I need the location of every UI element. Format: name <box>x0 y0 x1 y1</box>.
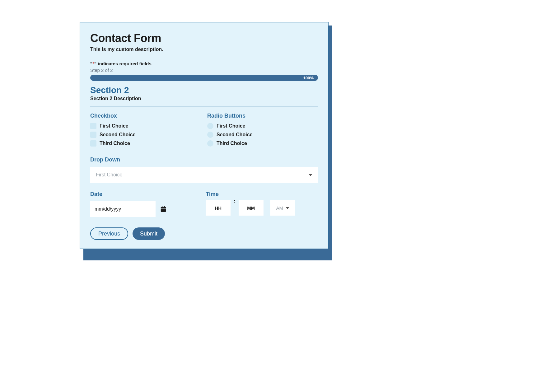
time-ampm-value: AM <box>276 205 283 211</box>
checkbox-icon <box>90 140 96 147</box>
checkbox-option-label: Second Choice <box>100 132 136 138</box>
section-divider <box>90 106 318 106</box>
form-buttons: Previous Submit <box>90 227 318 240</box>
checkbox-option-label: Third Choice <box>100 141 130 146</box>
required-fields-note: "*" indicates required fields <box>90 61 318 66</box>
time-minute-placeholder: MM <box>247 205 255 211</box>
radio-option-label: First Choice <box>217 123 245 129</box>
progress-percent: 100% <box>303 76 314 80</box>
submit-button[interactable]: Submit <box>133 227 165 240</box>
time-label: Time <box>206 191 318 198</box>
checkbox-option-3[interactable]: Third Choice <box>90 140 201 147</box>
radio-label: Radio Buttons <box>207 113 318 119</box>
form-title: Contact Form <box>90 32 318 45</box>
radio-group: Radio Buttons First Choice Second Choice… <box>207 113 318 149</box>
checkbox-option-1[interactable]: First Choice <box>90 123 201 129</box>
progress-bar-fill: 100% <box>90 75 318 81</box>
radio-option-3[interactable]: Third Choice <box>207 140 318 147</box>
dropdown-value: First Choice <box>96 172 122 178</box>
date-group: Date mm/dd/yyyy <box>90 191 199 217</box>
time-group: Time HH : MM AM <box>206 191 318 217</box>
contact-form-panel: Contact Form This is my custom descripti… <box>80 22 329 249</box>
radio-icon <box>207 123 213 129</box>
radio-option-label: Third Choice <box>217 141 247 146</box>
radio-option-1[interactable]: First Choice <box>207 123 318 129</box>
dropdown-group: Drop Down First Choice <box>90 156 318 183</box>
radio-option-label: Second Choice <box>217 132 253 138</box>
checkbox-group: Checkbox First Choice Second Choice Thir… <box>90 113 201 149</box>
radio-icon <box>207 132 213 138</box>
dropdown-label: Drop Down <box>90 156 318 163</box>
date-input[interactable]: mm/dd/yyyy <box>90 201 156 217</box>
time-minute-input[interactable]: MM <box>239 200 264 216</box>
time-colon: : <box>233 199 236 204</box>
section-title: Section 2 <box>90 85 318 95</box>
checkbox-option-2[interactable]: Second Choice <box>90 132 201 138</box>
section-description: Section 2 Description <box>90 96 318 101</box>
form-description: This is my custom description. <box>90 47 318 52</box>
time-ampm-select[interactable]: AM <box>270 200 295 216</box>
checkbox-icon <box>90 123 96 129</box>
date-label: Date <box>90 191 199 198</box>
checkbox-icon <box>90 132 96 138</box>
date-placeholder: mm/dd/yyyy <box>95 206 121 212</box>
checkbox-label: Checkbox <box>90 113 201 119</box>
time-hour-input[interactable]: HH <box>206 200 231 216</box>
step-indicator: Step 2 of 2 <box>90 68 318 73</box>
previous-button[interactable]: Previous <box>90 227 128 240</box>
progress-bar-track: 100% <box>90 75 318 81</box>
time-hour-placeholder: HH <box>215 205 222 211</box>
radio-icon <box>207 140 213 147</box>
dropdown-select[interactable]: First Choice <box>90 167 318 183</box>
checkbox-option-label: First Choice <box>100 123 128 129</box>
chevron-down-icon <box>309 174 312 176</box>
chevron-down-icon <box>286 207 289 209</box>
radio-option-2[interactable]: Second Choice <box>207 132 318 138</box>
calendar-icon[interactable] <box>160 206 167 212</box>
